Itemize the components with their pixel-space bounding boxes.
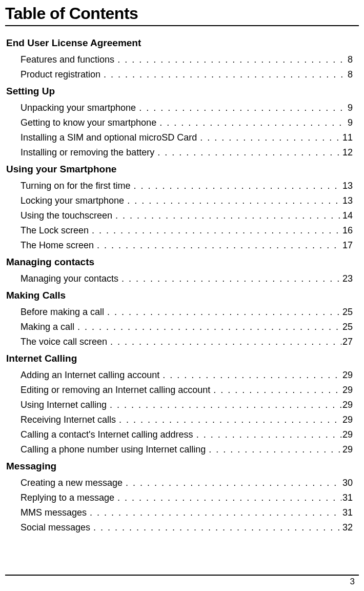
toc-entry-page: 13 bbox=[342, 196, 359, 205]
toc-entry-page: 31 bbox=[342, 493, 359, 502]
toc-entry-page: 29 bbox=[342, 415, 359, 424]
section-heading: End User License Agreement bbox=[6, 37, 359, 49]
toc-leader-dots bbox=[159, 118, 347, 127]
toc-leader-dots bbox=[104, 70, 347, 79]
toc-entry-label: Features and functions bbox=[21, 55, 114, 64]
toc-entry-label: Locking your smartphone bbox=[21, 196, 124, 205]
toc-entry-page: 8 bbox=[348, 55, 359, 64]
section-heading: Messaging bbox=[6, 461, 359, 472]
toc-leader-dots bbox=[117, 493, 341, 502]
toc-entry-page: 25 bbox=[342, 322, 359, 331]
toc-entry-label: Unpacking your smartphone bbox=[21, 103, 136, 112]
toc-entry-page: 29 bbox=[342, 430, 359, 439]
toc-entry[interactable]: Creating a new message30 bbox=[21, 475, 359, 490]
toc-entry-label: The Lock screen bbox=[21, 226, 89, 235]
toc-leader-dots bbox=[77, 322, 341, 331]
toc-entry-label: Managing your contacts bbox=[21, 274, 118, 283]
toc-entry[interactable]: Making a call25 bbox=[21, 319, 359, 334]
toc-entry-label: Before making a call bbox=[21, 307, 104, 317]
toc-leader-dots bbox=[139, 103, 347, 112]
toc-entry-label: Calling a phone number using Internet ca… bbox=[21, 445, 206, 454]
toc-entry[interactable]: MMS messages31 bbox=[21, 505, 359, 520]
toc-entry[interactable]: Replying to a message31 bbox=[21, 490, 359, 505]
toc-entry[interactable]: Installing a SIM and optional microSD Ca… bbox=[21, 130, 359, 145]
toc-entry[interactable]: Installing or removing the battery12 bbox=[21, 145, 359, 160]
toc-entry-page: 16 bbox=[342, 226, 359, 235]
section-heading: Internet Calling bbox=[6, 353, 359, 364]
toc-entry-label: Getting to know your smartphone bbox=[21, 118, 156, 127]
toc-entry-page: 29 bbox=[342, 385, 359, 395]
toc-leader-dots bbox=[117, 55, 347, 64]
toc-entry[interactable]: Adding an Internet calling account29 bbox=[21, 367, 359, 382]
toc-leader-dots bbox=[127, 196, 341, 205]
toc-entry-label: Creating a new message bbox=[21, 478, 123, 487]
toc-entry[interactable]: Unpacking your smartphone9 bbox=[21, 100, 359, 115]
toc-leader-dots bbox=[213, 385, 341, 395]
toc-entry[interactable]: Editing or removing an Internet calling … bbox=[21, 382, 359, 397]
toc-entry[interactable]: The Home screen17 bbox=[21, 238, 359, 252]
toc-entry[interactable]: Locking your smartphone13 bbox=[21, 193, 359, 208]
toc-leader-dots bbox=[119, 415, 341, 424]
toc-entry-page: 31 bbox=[342, 508, 359, 517]
toc-leader-dots bbox=[163, 370, 341, 380]
toc-entry-label: Adding an Internet calling account bbox=[21, 370, 159, 380]
footer-rule bbox=[5, 575, 359, 576]
toc-entry-page: 8 bbox=[348, 70, 359, 79]
title-rule bbox=[5, 25, 359, 26]
toc-leader-dots bbox=[97, 241, 341, 250]
page-title: Table of Contents bbox=[5, 4, 359, 23]
table-of-contents: End User License AgreementFeatures and f… bbox=[5, 37, 359, 535]
toc-entry[interactable]: Calling a phone number using Internet ca… bbox=[21, 442, 359, 457]
toc-entry-label: Replying to a message bbox=[21, 493, 114, 502]
toc-entry-label: Using Internet calling bbox=[21, 400, 107, 409]
toc-leader-dots bbox=[133, 181, 341, 190]
toc-entry[interactable]: Managing your contacts23 bbox=[21, 271, 359, 286]
toc-leader-dots bbox=[110, 400, 341, 409]
toc-entry[interactable]: Calling a contact's Internet calling add… bbox=[21, 427, 359, 442]
toc-entry[interactable]: Using Internet calling29 bbox=[21, 397, 359, 412]
toc-entry-label: Installing or removing the battery bbox=[21, 148, 154, 157]
section-heading: Using your Smartphone bbox=[6, 164, 359, 175]
section-heading: Making Calls bbox=[6, 290, 359, 301]
toc-entry[interactable]: Before making a call25 bbox=[21, 304, 359, 319]
toc-entry-label: Product registration bbox=[21, 70, 100, 79]
toc-leader-dots bbox=[200, 133, 341, 142]
toc-entry-page: 14 bbox=[342, 211, 359, 220]
toc-entry-page: 23 bbox=[342, 274, 359, 283]
toc-entry[interactable]: Using the touchscreen14 bbox=[21, 208, 359, 223]
toc-leader-dots bbox=[157, 148, 341, 157]
section-heading: Setting Up bbox=[6, 86, 359, 97]
toc-entry-label: Calling a contact's Internet calling add… bbox=[21, 430, 193, 439]
toc-leader-dots bbox=[196, 430, 341, 439]
toc-entry[interactable]: Receiving Internet calls29 bbox=[21, 412, 359, 427]
toc-entry-label: Using the touchscreen bbox=[21, 211, 112, 220]
toc-entry[interactable]: Turning on for the first time13 bbox=[21, 178, 359, 193]
toc-entry-page: 30 bbox=[342, 478, 359, 487]
toc-entry-page: 29 bbox=[342, 370, 359, 380]
toc-entry[interactable]: The voice call screen27 bbox=[21, 334, 359, 349]
toc-leader-dots bbox=[92, 226, 341, 235]
toc-leader-dots bbox=[90, 508, 341, 517]
toc-entry-label: The voice call screen bbox=[21, 337, 107, 346]
toc-entry[interactable]: Features and functions8 bbox=[21, 52, 359, 67]
toc-entry-page: 27 bbox=[342, 337, 359, 346]
toc-entry[interactable]: Product registration8 bbox=[21, 67, 359, 82]
toc-entry[interactable]: The Lock screen16 bbox=[21, 223, 359, 238]
toc-leader-dots bbox=[122, 274, 341, 283]
toc-leader-dots bbox=[93, 523, 341, 532]
toc-entry-label: The Home screen bbox=[21, 241, 94, 250]
toc-leader-dots bbox=[110, 337, 341, 346]
toc-entry-page: 9 bbox=[348, 118, 359, 127]
toc-entry-label: Editing or removing an Internet calling … bbox=[21, 385, 210, 395]
toc-leader-dots bbox=[107, 307, 341, 317]
toc-entry-label: Social messages bbox=[21, 523, 90, 532]
toc-entry[interactable]: Getting to know your smartphone9 bbox=[21, 115, 359, 130]
toc-entry-label: Making a call bbox=[21, 322, 74, 331]
toc-entry-page: 12 bbox=[342, 148, 359, 157]
section-heading: Managing contacts bbox=[6, 257, 359, 268]
toc-entry-page: 17 bbox=[342, 241, 359, 250]
toc-entry[interactable]: Social messages32 bbox=[21, 520, 359, 535]
toc-leader-dots bbox=[209, 445, 341, 454]
toc-leader-dots bbox=[115, 211, 341, 220]
toc-entry-label: MMS messages bbox=[21, 508, 87, 517]
